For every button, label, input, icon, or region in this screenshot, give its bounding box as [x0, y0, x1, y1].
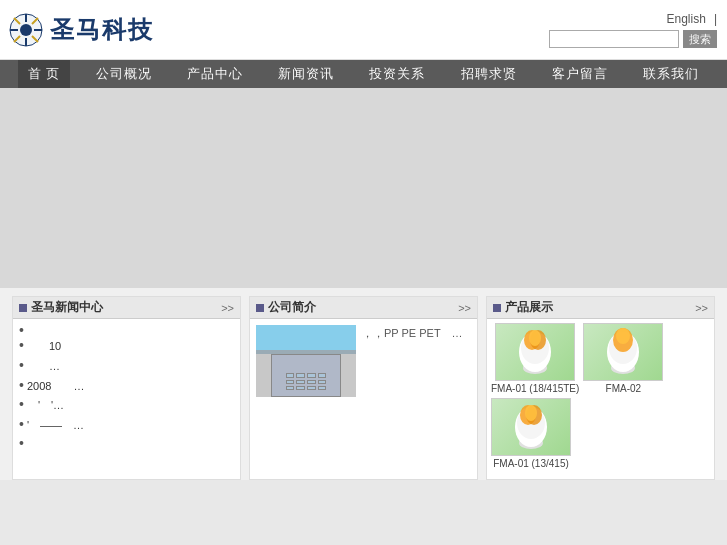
products-section-more[interactable]: >>: [695, 302, 708, 314]
logo-text: 圣马科技: [50, 14, 154, 46]
nav-item-news[interactable]: 新闻资讯: [268, 60, 344, 88]
search-button[interactable]: 搜索: [683, 30, 717, 48]
news-section-header: 圣马新闻中心 >>: [13, 297, 240, 319]
product-label-fma01-13: FMA-01 (13/415): [493, 458, 569, 469]
bullet: •: [19, 323, 24, 337]
intro-section-icon: [256, 304, 264, 312]
svg-point-16: [529, 330, 541, 346]
nav-item-products[interactable]: 产品中心: [177, 60, 253, 88]
nav-item-message[interactable]: 客户留言: [542, 60, 618, 88]
intro-section: 公司简介 >>: [249, 296, 478, 480]
logo-icon: [8, 12, 44, 48]
news-section-icon: [19, 304, 27, 312]
list-item: • …: [19, 357, 234, 377]
lang-row: English |: [667, 12, 717, 26]
lang-english[interactable]: English: [667, 12, 706, 26]
news-text: ' '…: [27, 396, 64, 416]
bulb-icon-fma02: [588, 326, 658, 378]
product-item-fma01-13[interactable]: FMA-01 (13/415): [491, 398, 571, 469]
intro-section-more[interactable]: >>: [458, 302, 471, 314]
window: [307, 386, 316, 390]
svg-point-22: [616, 328, 630, 344]
products-section-header: 产品展示 >>: [487, 297, 714, 319]
intro-section-header: 公司简介 >>: [250, 297, 477, 319]
window: [286, 386, 295, 390]
header: 圣马科技 English | 搜索: [0, 0, 727, 60]
products-row-bottom: FMA-01 (13/415): [491, 398, 710, 469]
bulb-icon-fma01-18: [500, 326, 570, 378]
intro-building-image: [256, 325, 356, 397]
products-section: 产品展示 >>: [486, 296, 715, 480]
products-title-row: 产品展示: [493, 299, 553, 316]
product-image-fma02: [583, 323, 663, 381]
intro-text: ，，PP PE PET …: [362, 325, 462, 397]
product-item-fma01-18[interactable]: FMA-01 (18/415TE): [491, 323, 579, 394]
building-body: [271, 354, 341, 397]
bulb-icon-fma01-13: [496, 401, 566, 453]
news-section-more[interactable]: >>: [221, 302, 234, 314]
window: [307, 373, 316, 377]
news-text: ' —— …: [27, 416, 84, 436]
products-section-title: 产品展示: [505, 299, 553, 316]
window: [286, 380, 295, 384]
products-content: FMA-01 (18/415TE): [487, 319, 714, 473]
building-windows: [286, 373, 327, 389]
building-graphic: [256, 325, 356, 397]
news-title-row: 圣马新闻中心: [19, 299, 103, 316]
list-item: • 10: [19, 337, 234, 357]
window: [318, 373, 327, 377]
nav-item-home[interactable]: 首 页: [18, 60, 71, 88]
products-row-top: FMA-01 (18/415TE): [491, 323, 710, 394]
intro-section-title: 公司简介: [268, 299, 316, 316]
nav-item-about[interactable]: 公司概况: [86, 60, 162, 88]
banner-area: [0, 88, 727, 288]
news-content: • • 10 • … • 2008 … • ' '…: [13, 319, 240, 454]
window: [318, 386, 327, 390]
product-image-fma01-18: [495, 323, 575, 381]
window: [307, 380, 316, 384]
lang-divider: |: [714, 12, 717, 26]
bullet: •: [19, 358, 24, 372]
news-text: …: [27, 357, 60, 377]
bullet: •: [19, 417, 24, 431]
list-item: • ' —— …: [19, 416, 234, 436]
search-row: 搜索: [549, 30, 717, 48]
nav-item-contact[interactable]: 联系我们: [633, 60, 709, 88]
intro-content: ，，PP PE PET …: [250, 319, 477, 403]
header-right: English | 搜索: [549, 12, 717, 48]
news-text: 2008 …: [27, 377, 84, 397]
nav: 首 页 公司概况 产品中心 新闻资讯 投资关系 招聘求贤 客户留言 联系我们: [0, 60, 727, 88]
list-item: • ' '…: [19, 396, 234, 416]
product-image-fma01-13: [491, 398, 571, 456]
main-content: 圣马新闻中心 >> • • 10 • … •: [0, 88, 727, 428]
products-section-icon: [493, 304, 501, 312]
news-text: 10: [27, 337, 61, 357]
bullet: •: [19, 436, 24, 450]
product-label-fma02: FMA-02: [606, 383, 642, 394]
window: [296, 380, 305, 384]
svg-point-1: [20, 24, 32, 36]
product-label-fma01-18: FMA-01 (18/415TE): [491, 383, 579, 394]
bullet: •: [19, 397, 24, 411]
nav-item-recruit[interactable]: 招聘求贤: [451, 60, 527, 88]
bullet: •: [19, 378, 24, 392]
news-section: 圣马新闻中心 >> • • 10 • … •: [12, 296, 241, 480]
intro-title-row: 公司简介: [256, 299, 316, 316]
logo-area: 圣马科技: [8, 12, 154, 48]
list-item: •: [19, 436, 234, 450]
list-item: •: [19, 323, 234, 337]
svg-point-29: [525, 405, 537, 421]
window: [296, 386, 305, 390]
list-item: • 2008 …: [19, 377, 234, 397]
window: [318, 380, 327, 384]
window: [296, 373, 305, 377]
search-input[interactable]: [549, 30, 679, 48]
sections-container: 圣马新闻中心 >> • • 10 • … •: [0, 288, 727, 480]
window: [286, 373, 295, 377]
bullet: •: [19, 338, 24, 352]
news-section-title: 圣马新闻中心: [31, 299, 103, 316]
product-item-fma02[interactable]: FMA-02: [583, 323, 663, 394]
nav-item-investor[interactable]: 投资关系: [359, 60, 435, 88]
